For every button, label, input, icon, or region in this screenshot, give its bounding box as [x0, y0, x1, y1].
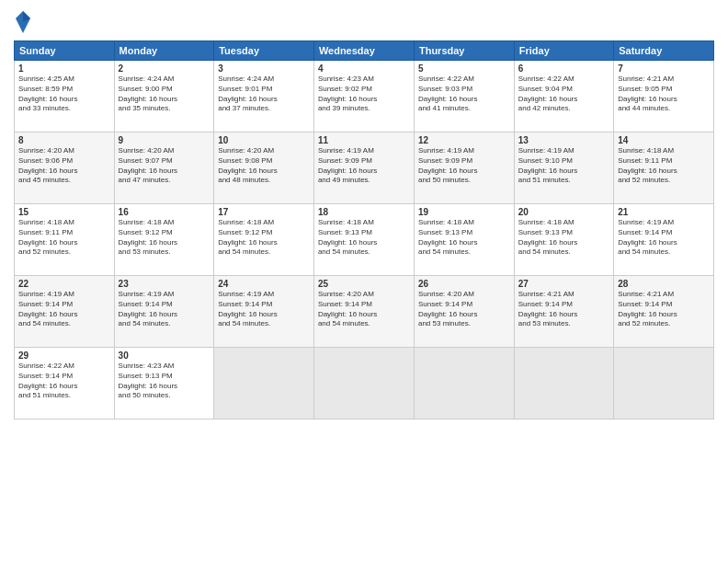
day-header-tuesday: Tuesday	[214, 41, 314, 61]
day-number: 15	[18, 207, 110, 217]
day-number: 14	[618, 135, 710, 145]
day-number: 21	[618, 207, 710, 217]
calendar-cell: 4Sunrise: 4:23 AM Sunset: 9:02 PM Daylig…	[313, 61, 414, 132]
day-number: 6	[518, 63, 609, 74]
calendar-week-3: 15Sunrise: 4:18 AM Sunset: 9:11 PM Dayli…	[15, 204, 714, 276]
day-number: 4	[318, 63, 410, 74]
calendar-cell: 6Sunrise: 4:22 AM Sunset: 9:04 PM Daylig…	[514, 61, 613, 132]
day-info: Sunrise: 4:18 AM Sunset: 9:11 PM Dayligh…	[18, 218, 110, 258]
day-info: Sunrise: 4:24 AM Sunset: 9:01 PM Dayligh…	[218, 75, 310, 114]
day-info: Sunrise: 4:18 AM Sunset: 9:13 PM Dayligh…	[418, 218, 510, 258]
day-info: Sunrise: 4:19 AM Sunset: 9:14 PM Dayligh…	[218, 290, 310, 329]
day-header-saturday: Saturday	[614, 41, 714, 61]
day-info: Sunrise: 4:19 AM Sunset: 9:14 PM Dayligh…	[18, 290, 110, 329]
day-info: Sunrise: 4:19 AM Sunset: 9:14 PM Dayligh…	[618, 218, 710, 258]
calendar-cell: 28Sunrise: 4:21 AM Sunset: 9:14 PM Dayli…	[614, 276, 714, 348]
day-header-monday: Monday	[114, 41, 214, 61]
day-header-friday: Friday	[514, 41, 613, 61]
day-number: 9	[119, 135, 210, 145]
calendar-cell: 9Sunrise: 4:20 AM Sunset: 9:07 PM Daylig…	[114, 132, 214, 204]
day-number: 13	[518, 135, 609, 145]
day-info: Sunrise: 4:18 AM Sunset: 9:11 PM Dayligh…	[618, 146, 710, 186]
day-info: Sunrise: 4:20 AM Sunset: 9:14 PM Dayligh…	[418, 290, 510, 329]
logo-icon	[14, 9, 32, 35]
calendar-header-row: SundayMondayTuesdayWednesdayThursdayFrid…	[15, 41, 714, 61]
calendar-cell: 5Sunrise: 4:22 AM Sunset: 9:03 PM Daylig…	[414, 61, 514, 132]
calendar-week-4: 22Sunrise: 4:19 AM Sunset: 9:14 PM Dayli…	[15, 276, 714, 348]
calendar-cell: 26Sunrise: 4:20 AM Sunset: 9:14 PM Dayli…	[414, 276, 514, 348]
calendar-cell: 24Sunrise: 4:19 AM Sunset: 9:14 PM Dayli…	[214, 276, 314, 348]
day-number: 26	[418, 279, 510, 289]
calendar-cell: 7Sunrise: 4:21 AM Sunset: 9:05 PM Daylig…	[614, 61, 714, 132]
day-info: Sunrise: 4:18 AM Sunset: 9:13 PM Dayligh…	[318, 218, 410, 258]
day-info: Sunrise: 4:22 AM Sunset: 9:03 PM Dayligh…	[418, 75, 510, 114]
day-number: 24	[218, 279, 310, 289]
day-number: 7	[618, 63, 710, 74]
calendar-cell: 1Sunrise: 4:25 AM Sunset: 8:59 PM Daylig…	[15, 61, 115, 132]
day-info: Sunrise: 4:18 AM Sunset: 9:12 PM Dayligh…	[119, 218, 210, 258]
day-info: Sunrise: 4:20 AM Sunset: 9:14 PM Dayligh…	[318, 290, 410, 329]
header	[14, 9, 714, 35]
day-number: 28	[618, 279, 710, 289]
day-number: 22	[18, 279, 110, 289]
calendar-table: SundayMondayTuesdayWednesdayThursdayFrid…	[14, 40, 714, 419]
calendar-cell: 21Sunrise: 4:19 AM Sunset: 9:14 PM Dayli…	[614, 204, 714, 276]
calendar-cell: 10Sunrise: 4:20 AM Sunset: 9:08 PM Dayli…	[214, 132, 314, 204]
day-info: Sunrise: 4:22 AM Sunset: 9:04 PM Dayligh…	[518, 75, 609, 114]
calendar-cell	[614, 348, 714, 419]
calendar-cell: 12Sunrise: 4:19 AM Sunset: 9:09 PM Dayli…	[414, 132, 514, 204]
day-number: 25	[318, 279, 410, 289]
calendar-cell: 19Sunrise: 4:18 AM Sunset: 9:13 PM Dayli…	[414, 204, 514, 276]
day-number: 5	[418, 63, 510, 74]
day-number: 12	[418, 135, 510, 145]
day-number: 16	[119, 207, 210, 217]
day-info: Sunrise: 4:25 AM Sunset: 8:59 PM Dayligh…	[18, 75, 110, 114]
calendar-cell: 22Sunrise: 4:19 AM Sunset: 9:14 PM Dayli…	[15, 276, 115, 348]
day-number: 3	[218, 63, 310, 74]
day-info: Sunrise: 4:19 AM Sunset: 9:09 PM Dayligh…	[418, 146, 510, 186]
calendar-cell: 13Sunrise: 4:19 AM Sunset: 9:10 PM Dayli…	[514, 132, 613, 204]
calendar-cell	[414, 348, 514, 419]
calendar-cell: 14Sunrise: 4:18 AM Sunset: 9:11 PM Dayli…	[614, 132, 714, 204]
calendar-cell: 8Sunrise: 4:20 AM Sunset: 9:06 PM Daylig…	[15, 132, 115, 204]
day-info: Sunrise: 4:22 AM Sunset: 9:14 PM Dayligh…	[18, 362, 110, 401]
day-info: Sunrise: 4:24 AM Sunset: 9:00 PM Dayligh…	[119, 75, 210, 114]
calendar-cell: 17Sunrise: 4:18 AM Sunset: 9:12 PM Dayli…	[214, 204, 314, 276]
day-number: 19	[418, 207, 510, 217]
day-header-sunday: Sunday	[15, 41, 115, 61]
day-number: 11	[318, 135, 410, 145]
calendar-cell	[313, 348, 414, 419]
day-number: 23	[119, 279, 210, 289]
day-number: 17	[218, 207, 310, 217]
day-info: Sunrise: 4:19 AM Sunset: 9:10 PM Dayligh…	[518, 146, 609, 186]
day-number: 20	[518, 207, 609, 217]
calendar-cell	[514, 348, 613, 419]
day-number: 29	[18, 350, 110, 361]
calendar-week-5: 29Sunrise: 4:22 AM Sunset: 9:14 PM Dayli…	[15, 348, 714, 419]
day-info: Sunrise: 4:23 AM Sunset: 9:02 PM Dayligh…	[318, 75, 410, 114]
day-number: 1	[18, 63, 110, 74]
calendar-cell: 27Sunrise: 4:21 AM Sunset: 9:14 PM Dayli…	[514, 276, 613, 348]
day-header-thursday: Thursday	[414, 41, 514, 61]
day-header-wednesday: Wednesday	[313, 41, 414, 61]
day-info: Sunrise: 4:20 AM Sunset: 9:07 PM Dayligh…	[119, 146, 210, 186]
calendar-cell: 30Sunrise: 4:23 AM Sunset: 9:13 PM Dayli…	[114, 348, 214, 419]
day-info: Sunrise: 4:21 AM Sunset: 9:05 PM Dayligh…	[618, 75, 710, 114]
day-number: 27	[518, 279, 609, 289]
calendar-cell: 15Sunrise: 4:18 AM Sunset: 9:11 PM Dayli…	[15, 204, 115, 276]
calendar-week-1: 1Sunrise: 4:25 AM Sunset: 8:59 PM Daylig…	[15, 61, 714, 132]
day-number: 18	[318, 207, 410, 217]
day-info: Sunrise: 4:18 AM Sunset: 9:13 PM Dayligh…	[518, 218, 609, 258]
calendar-cell: 20Sunrise: 4:18 AM Sunset: 9:13 PM Dayli…	[514, 204, 613, 276]
day-info: Sunrise: 4:19 AM Sunset: 9:09 PM Dayligh…	[318, 146, 410, 186]
calendar-cell: 2Sunrise: 4:24 AM Sunset: 9:00 PM Daylig…	[114, 61, 214, 132]
day-info: Sunrise: 4:18 AM Sunset: 9:12 PM Dayligh…	[218, 218, 310, 258]
day-info: Sunrise: 4:21 AM Sunset: 9:14 PM Dayligh…	[518, 290, 609, 329]
calendar-cell: 16Sunrise: 4:18 AM Sunset: 9:12 PM Dayli…	[114, 204, 214, 276]
logo	[14, 9, 36, 35]
day-info: Sunrise: 4:23 AM Sunset: 9:13 PM Dayligh…	[119, 362, 210, 401]
page: SundayMondayTuesdayWednesdayThursdayFrid…	[0, 0, 728, 563]
calendar-week-2: 8Sunrise: 4:20 AM Sunset: 9:06 PM Daylig…	[15, 132, 714, 204]
day-info: Sunrise: 4:20 AM Sunset: 9:08 PM Dayligh…	[218, 146, 310, 186]
day-info: Sunrise: 4:21 AM Sunset: 9:14 PM Dayligh…	[618, 290, 710, 329]
